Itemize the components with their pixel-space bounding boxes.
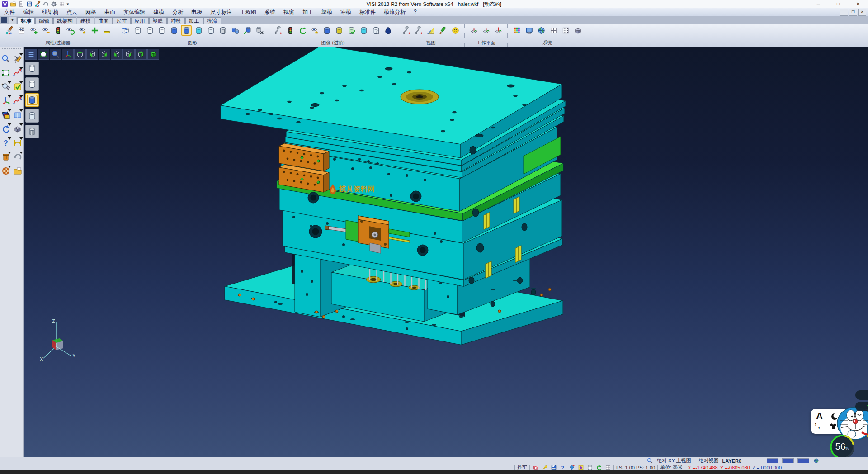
system-monitor-icon[interactable] xyxy=(524,26,533,35)
grid-plane-icon[interactable] xyxy=(13,110,22,119)
menu-item-10[interactable]: 尺寸标注 xyxy=(206,8,236,17)
help-question-icon[interactable]: ? xyxy=(1,138,10,147)
selection-wand-icon[interactable] xyxy=(541,464,548,471)
system-globe-icon[interactable] xyxy=(537,26,546,35)
view-iso-icon[interactable] xyxy=(137,50,146,59)
view-front-icon[interactable] xyxy=(112,50,121,59)
dropdown-caret-icon[interactable] xyxy=(19,109,23,112)
view-tools-icon[interactable] xyxy=(402,26,411,35)
layer-move-icon[interactable] xyxy=(243,26,252,35)
hide-entities-icon[interactable] xyxy=(41,26,50,35)
show-entities-icon[interactable] xyxy=(29,26,38,35)
selection-zoom-icon[interactable] xyxy=(1,54,10,63)
dropdown-caret-icon[interactable] xyxy=(8,95,11,98)
dropdown-caret-icon[interactable] xyxy=(19,67,23,70)
navigate-compass-icon[interactable] xyxy=(1,166,10,175)
tab-7[interactable]: 塑膜 xyxy=(149,17,167,24)
menu-item-5[interactable]: 曲面 xyxy=(100,8,119,17)
3d-viewport[interactable]: 模具资料网 Z X Y A ’ , xyxy=(24,47,868,457)
view-left-icon[interactable] xyxy=(88,50,97,59)
current-layer-label[interactable]: LAYER0 xyxy=(722,458,741,464)
undo-arrow-icon[interactable] xyxy=(13,152,22,161)
speed-gauge[interactable]: 56% xyxy=(829,432,858,457)
grid-icon[interactable] xyxy=(58,1,65,8)
dropdown-caret-icon[interactable] xyxy=(19,152,23,154)
dropdown-caret-icon[interactable] xyxy=(19,137,23,140)
grid-window-icon[interactable] xyxy=(604,464,611,471)
strip-layer-outline-icon[interactable] xyxy=(28,64,37,73)
menu-item-2[interactable]: 线架构 xyxy=(38,8,62,17)
new-document-icon[interactable] xyxy=(18,1,24,8)
dropdown-caret-icon[interactable] xyxy=(8,81,11,84)
select-rectangle-icon[interactable] xyxy=(1,68,10,77)
image-layer-clip-icon[interactable] xyxy=(371,26,380,35)
open-folder-icon[interactable] xyxy=(13,166,22,175)
tab-0[interactable]: 标准 xyxy=(17,17,35,24)
layer-tools-icon[interactable] xyxy=(255,26,264,35)
menu-item-19[interactable]: ? xyxy=(410,8,421,17)
open-folder-icon[interactable] xyxy=(9,1,16,8)
zoom-icon[interactable] xyxy=(51,50,60,59)
tab-3[interactable]: 建模 xyxy=(77,17,94,24)
layer-active-icon[interactable] xyxy=(182,26,191,35)
menu-item-9[interactable]: 电极 xyxy=(187,8,206,17)
color-swatch-3[interactable] xyxy=(797,458,809,463)
dropdown-caret-icon[interactable] xyxy=(19,53,23,56)
menu-item-3[interactable]: 点云 xyxy=(62,8,81,17)
maximize-button[interactable]: □ xyxy=(828,0,848,8)
refresh-layers-icon[interactable] xyxy=(121,26,130,35)
system-palette-icon[interactable] xyxy=(512,26,521,35)
select-window-icon[interactable] xyxy=(39,50,48,59)
image-layer-yellow-icon[interactable] xyxy=(335,26,344,35)
curve-edit-icon[interactable] xyxy=(13,68,22,77)
dropdown-caret-icon[interactable] xyxy=(8,137,11,140)
sidebar-grip[interactable] xyxy=(2,48,21,52)
menu-item-16[interactable]: 冲模 xyxy=(336,8,355,17)
strip-layer-active-icon[interactable] xyxy=(28,95,37,104)
close-button[interactable]: ✕ xyxy=(848,0,868,8)
app-logo-icon[interactable] xyxy=(1,1,8,8)
menu-item-17[interactable]: 标准件 xyxy=(355,8,380,17)
view-menu-icon[interactable] xyxy=(27,50,36,59)
refresh-visibility-icon[interactable] xyxy=(66,26,75,35)
quick-access-caret-icon[interactable]: ▼ xyxy=(65,2,70,6)
tab-4[interactable]: 曲面 xyxy=(95,17,113,24)
tab-10[interactable]: 模流 xyxy=(203,17,221,24)
tab-8[interactable]: 冲模 xyxy=(167,17,185,24)
color-swatch-2[interactable] xyxy=(782,458,794,463)
view-mode-label[interactable]: 绝对 XY 上视图 xyxy=(657,457,691,464)
image-traffic-icon[interactable] xyxy=(286,26,295,35)
view-top-icon[interactable] xyxy=(75,50,85,59)
lock-label[interactable]: 拴牢 xyxy=(517,464,527,471)
shade-cube-icon[interactable] xyxy=(13,124,22,133)
menu-item-13[interactable]: 视窗 xyxy=(279,8,298,17)
layer-outline2-icon[interactable] xyxy=(145,26,154,35)
add-visible-icon[interactable] xyxy=(90,26,99,35)
image-layer-check-icon[interactable] xyxy=(347,26,356,35)
mdi-minimize-button[interactable]: ─ xyxy=(840,9,848,16)
view-right-icon[interactable] xyxy=(100,50,109,59)
view-drafting-icon[interactable] xyxy=(426,26,435,35)
menu-item-7[interactable]: 建模 xyxy=(149,8,168,17)
attribute-preview-icon[interactable] xyxy=(17,26,26,35)
image-layer-cyan-icon[interactable] xyxy=(359,26,368,35)
system-grid-icon[interactable] xyxy=(549,26,558,35)
settings-gear-icon[interactable] xyxy=(50,1,57,8)
image-layer-blue-icon[interactable] xyxy=(322,26,331,35)
menu-item-8[interactable]: 分析 xyxy=(168,8,187,17)
layer-cyan-icon[interactable] xyxy=(194,26,203,35)
menu-item-14[interactable]: 加工 xyxy=(298,8,317,17)
help-icon[interactable]: ? xyxy=(559,464,566,471)
undo-icon[interactable] xyxy=(42,1,49,8)
save-disk-icon[interactable] xyxy=(26,1,33,8)
menu-item-15[interactable]: 塑模 xyxy=(317,8,336,17)
layer-light-icon[interactable] xyxy=(206,26,215,35)
layer-outline3-icon[interactable] xyxy=(157,26,166,35)
snapshot-icon[interactable] xyxy=(532,464,539,471)
menu-item-0[interactable]: 文件 xyxy=(0,8,19,17)
menu-item-6[interactable]: 实体编辑 xyxy=(119,8,149,17)
layer-striped-icon[interactable] xyxy=(218,26,227,35)
search-icon[interactable] xyxy=(646,457,653,464)
view-sketch-icon[interactable] xyxy=(439,26,448,35)
axis-icon[interactable] xyxy=(63,50,72,59)
